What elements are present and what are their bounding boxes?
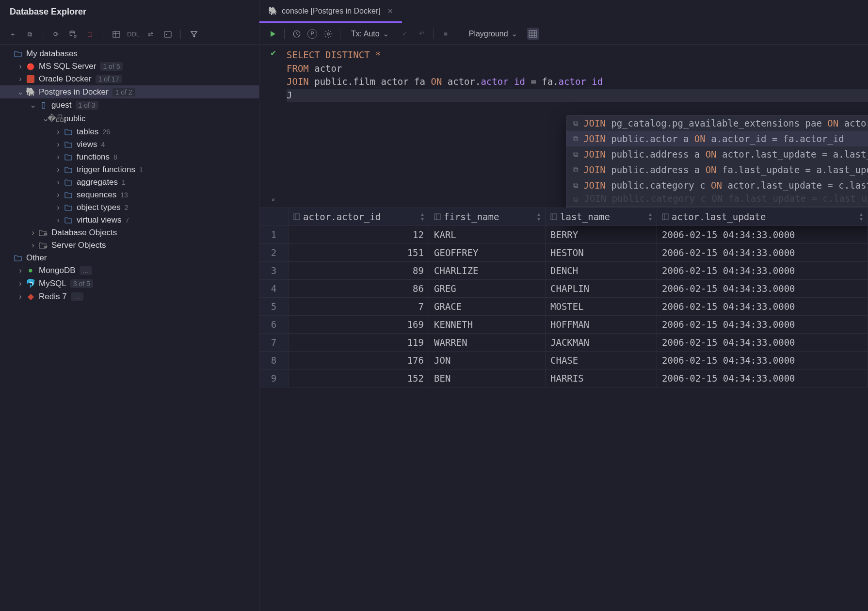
row-number[interactable]: 9 <box>259 370 289 387</box>
tab-close-icon[interactable]: ✕ <box>387 7 393 15</box>
cell[interactable]: BEN <box>429 370 546 387</box>
cell[interactable]: 119 <box>289 334 429 352</box>
tree-item-aggregates[interactable]: ›aggregates1 <box>0 176 259 189</box>
autocomplete-item[interactable]: ⧉JOIN public.address a ON actor.last_upd… <box>566 146 868 162</box>
ddl-button[interactable]: DDL <box>127 31 140 38</box>
cell[interactable]: DENCH <box>546 262 657 280</box>
column-header[interactable]: last_name▲▼ <box>546 208 657 226</box>
cell[interactable]: 7 <box>289 298 429 316</box>
sort-icon[interactable]: ▲▼ <box>421 212 424 222</box>
stop-query-icon[interactable]: ■ <box>440 28 452 40</box>
chevron-icon[interactable]: › <box>16 62 24 71</box>
close-results-icon[interactable]: ✕ <box>267 193 279 206</box>
row-number[interactable]: 5 <box>259 298 289 316</box>
cell[interactable]: 2006-02-15 04:34:33.0000 <box>657 334 868 352</box>
cell[interactable]: 176 <box>289 352 429 370</box>
cell[interactable]: GREG <box>429 280 546 298</box>
cell[interactable]: CHAPLIN <box>546 280 657 298</box>
tree-item-mongodb[interactable]: ›●MongoDB… <box>0 264 259 277</box>
autocomplete-item[interactable]: ⧉JOIN public.category c ON actor.last_up… <box>566 177 868 193</box>
table-view-icon[interactable] <box>527 28 539 40</box>
cell[interactable]: 2006-02-15 04:34:33.0000 <box>657 298 868 316</box>
column-header[interactable]: actor.actor_id▲▼ <box>289 208 429 226</box>
cell[interactable]: 2006-02-15 04:34:33.0000 <box>657 370 868 387</box>
cell[interactable]: 12 <box>289 226 429 244</box>
chevron-icon[interactable]: › <box>29 241 37 250</box>
row-number[interactable]: 3 <box>259 262 289 280</box>
sort-icon[interactable]: ▲▼ <box>649 212 652 222</box>
cell[interactable]: 2006-02-15 04:34:33.0000 <box>657 244 868 262</box>
cell[interactable]: KENNETH <box>429 316 546 334</box>
settings-icon[interactable] <box>322 28 334 40</box>
console-icon[interactable] <box>161 28 174 40</box>
tree-item-sequences[interactable]: ›sequences13 <box>0 189 259 201</box>
cell[interactable]: 2006-02-15 04:34:33.0000 <box>657 280 868 298</box>
autocomplete-item[interactable]: ⧉JOIN pg_catalog.pg_available_extensions… <box>566 115 868 131</box>
cell[interactable]: MOSTEL <box>546 298 657 316</box>
cell[interactable]: 151 <box>289 244 429 262</box>
cell[interactable]: HARRIS <box>546 370 657 387</box>
chevron-icon[interactable]: › <box>16 279 24 289</box>
cell[interactable]: 169 <box>289 316 429 334</box>
tree-item-database-objects[interactable]: ›Database Objects <box>0 226 259 239</box>
row-number[interactable]: 6 <box>259 316 289 334</box>
sql-editor[interactable]: ✔ SELECT DISTINCT *FROM actor JOIN publi… <box>259 45 868 106</box>
tab-console[interactable]: 🐘 console [Postgres in Docker] ✕ <box>259 0 402 23</box>
cell[interactable]: 2006-02-15 04:34:33.0000 <box>657 352 868 370</box>
sort-icon[interactable]: ▲▼ <box>537 212 540 222</box>
stop-icon[interactable]: ◻ <box>84 28 96 40</box>
cell[interactable]: HESTON <box>546 244 657 262</box>
cell[interactable]: CHASE <box>546 352 657 370</box>
cell[interactable]: 2006-02-15 04:34:33.0000 <box>657 226 868 244</box>
row-number[interactable]: 8 <box>259 352 289 370</box>
tree-item-ms-sql-server[interactable]: ›🔴MS SQL Server1 of 5 <box>0 60 259 73</box>
chevron-icon[interactable]: › <box>16 74 24 84</box>
cell[interactable]: GRACE <box>429 298 546 316</box>
cell[interactable]: 152 <box>289 370 429 387</box>
cell[interactable]: JACKMAN <box>546 334 657 352</box>
database-sync-icon[interactable] <box>67 28 79 40</box>
tree-item-guest[interactable]: ⌄▯guest1 of 3 <box>0 98 259 112</box>
chevron-icon[interactable]: › <box>16 266 24 275</box>
copy-icon[interactable]: ⧉ <box>24 28 36 40</box>
chevron-icon[interactable]: ⌄ <box>29 100 37 110</box>
cell[interactable]: 2006-02-15 04:34:33.0000 <box>657 316 868 334</box>
table-icon[interactable] <box>110 28 122 40</box>
chevron-icon[interactable]: › <box>54 127 62 137</box>
cell[interactable]: BERRY <box>546 226 657 244</box>
commit-icon[interactable]: ✓ <box>399 28 411 40</box>
row-number[interactable]: 7 <box>259 334 289 352</box>
cell[interactable]: JON <box>429 352 546 370</box>
row-number[interactable]: 2 <box>259 244 289 262</box>
cell[interactable]: 2006-02-15 04:34:33.0000 <box>657 262 868 280</box>
refresh-icon[interactable]: ⟳ <box>50 28 62 40</box>
column-header[interactable]: first_name▲▼ <box>429 208 546 226</box>
tree-item-mysql[interactable]: ›🐬MySQL3 of 5 <box>0 277 259 290</box>
chevron-icon[interactable]: › <box>54 152 62 162</box>
sql-code[interactable]: SELECT DISTINCT *FROM actor JOIN public.… <box>287 45 868 106</box>
diff-icon[interactable]: ⇄ <box>145 28 157 40</box>
chevron-icon[interactable]: › <box>54 190 62 200</box>
chevron-icon[interactable]: › <box>54 140 62 149</box>
chevron-icon[interactable]: › <box>54 177 62 187</box>
tree-item-server-objects[interactable]: ›Server Objects <box>0 239 259 252</box>
history-icon[interactable] <box>290 28 303 40</box>
playground-dropdown[interactable]: Playground ⌄ <box>464 27 522 40</box>
add-icon[interactable]: ＋ <box>7 28 19 40</box>
sort-icon[interactable]: ▲▼ <box>860 212 863 222</box>
tree-item-other[interactable]: Other <box>0 252 259 264</box>
chevron-icon[interactable]: ⌄ <box>16 87 24 97</box>
tree-item-functions[interactable]: ›functions8 <box>0 151 259 163</box>
tree-item-postgres-in-docker[interactable]: ⌄🐘Postgres in Docker1 of 2 <box>0 85 259 98</box>
tree-item-views[interactable]: ›views4 <box>0 138 259 151</box>
cell[interactable]: 89 <box>289 262 429 280</box>
tree-item-object-types[interactable]: ›object types2 <box>0 201 259 214</box>
cell[interactable]: KARL <box>429 226 546 244</box>
chevron-icon[interactable]: › <box>16 292 24 302</box>
tree-item-oracle-docker[interactable]: ›Oracle Docker1 of 17 <box>0 73 259 85</box>
cell[interactable]: GEOFFREY <box>429 244 546 262</box>
run-icon[interactable] <box>266 28 278 40</box>
explain-plan-icon[interactable]: P <box>307 29 317 39</box>
column-header[interactable]: actor.last_update▲▼ <box>657 208 868 226</box>
rollback-icon[interactable]: ↶ <box>416 28 428 40</box>
